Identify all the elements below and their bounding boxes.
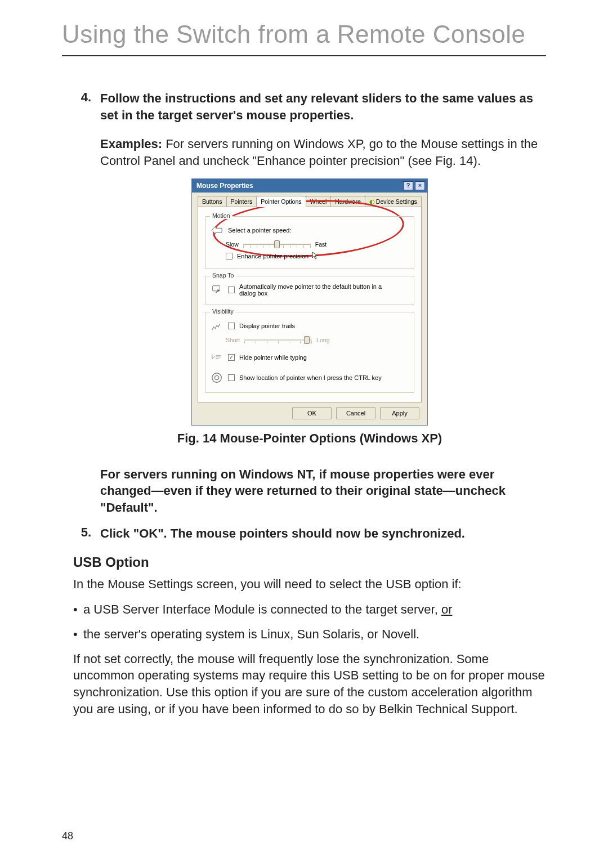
dialog-titlebar: Mouse Properties ? ×: [192, 179, 427, 193]
bullet-icon: •: [73, 626, 83, 643]
mouse-properties-dialog: Mouse Properties ? × Buttons Pointers Po…: [191, 178, 428, 426]
hide-pointer-icon: [210, 351, 223, 364]
group-visibility: Visibility Display pointer trails Short: [205, 312, 414, 393]
examples-paragraph: Examples: For servers running on Windows…: [100, 136, 546, 169]
pointer-speed-slider[interactable]: [243, 240, 311, 248]
tab-device-settings[interactable]: ◐Device Settings: [365, 196, 422, 207]
tab-wheel[interactable]: Wheel: [306, 196, 332, 207]
pointer-speed-label: Select a pointer speed:: [228, 227, 292, 234]
bullet-icon: •: [73, 601, 83, 618]
examples-label: Examples:: [100, 137, 162, 151]
snap-row: Automatically move pointer to the defaul…: [210, 283, 409, 297]
tab-strip: Buttons Pointers Pointer Options Wheel H…: [198, 196, 422, 207]
ok-button[interactable]: OK: [292, 407, 332, 419]
ctrl-locate-label: Show location of pointer when I press th…: [239, 374, 382, 381]
usb-bullet-1-text: a USB Server Interface Module is connect…: [83, 601, 452, 618]
ctrl-locate-checkbox[interactable]: [228, 374, 235, 381]
help-button[interactable]: ?: [403, 181, 413, 190]
snap-to-checkbox[interactable]: [228, 287, 235, 293]
pointer-speed-icon: [210, 223, 223, 237]
cancel-button[interactable]: Cancel: [336, 407, 375, 419]
usb-b1-or: or: [441, 602, 453, 616]
group-motion-legend: Motion: [210, 212, 233, 219]
enhance-precision-label: Enhance pointer precision: [237, 253, 309, 259]
device-settings-icon: ◐: [369, 198, 375, 205]
usb-detail-paragraph: If not set correctly, the mouse will fre…: [73, 651, 546, 718]
tab-device-settings-label: Device Settings: [376, 198, 417, 205]
apply-button[interactable]: Apply: [380, 407, 419, 419]
figure-14-wrap: Mouse Properties ? × Buttons Pointers Po…: [73, 178, 546, 426]
tab-hardware[interactable]: Hardware: [330, 196, 365, 207]
content: 4. Follow the instructions and set any r…: [62, 90, 546, 717]
dialog-title-text: Mouse Properties: [196, 182, 253, 190]
page-number: 48: [62, 830, 73, 842]
pointer-trails-icon: [210, 319, 223, 333]
hide-pointer-checkbox[interactable]: ✓: [228, 354, 235, 361]
step-number: 4.: [73, 90, 100, 123]
usb-bullet-1: • a USB Server Interface Module is conne…: [73, 601, 546, 618]
tab-pointer-options[interactable]: Pointer Options: [256, 196, 306, 207]
snap-to-label: Automatically move pointer to the defaul…: [239, 283, 397, 297]
group-motion: Motion Select a pointer speed: Slow: [205, 216, 414, 269]
hide-pointer-row: ✓ Hide pointer while typing: [210, 351, 409, 364]
tab-buttons[interactable]: Buttons: [198, 196, 227, 207]
usb-bullet-list: • a USB Server Interface Module is conne…: [73, 601, 546, 642]
svg-point-1: [212, 373, 222, 383]
step-4-text: Follow the instructions and set any rele…: [100, 90, 546, 123]
usb-bullet-2: • the server's operating system is Linux…: [73, 626, 546, 643]
slow-label: Slow: [226, 241, 239, 248]
dialog-action-row: OK Cancel Apply: [198, 402, 422, 419]
long-label: Long: [316, 337, 329, 343]
trails-slider-row: Short Long: [226, 336, 409, 344]
step-number: 5.: [73, 525, 100, 542]
usb-option-heading: USB Option: [73, 554, 546, 570]
tab-pointers[interactable]: Pointers: [226, 196, 257, 207]
svg-point-2: [214, 375, 218, 379]
nt-note: For servers running on Windows NT, if mo…: [100, 466, 546, 516]
tab-panel: Motion Select a pointer speed: Slow: [198, 207, 422, 402]
usb-bullet-2-text: the server's operating system is Linux, …: [83, 626, 419, 643]
usb-b1-pre: a USB Server Interface Module is connect…: [83, 602, 441, 616]
page: Using the Switch from a Remote Console 4…: [0, 0, 608, 868]
enhance-precision-checkbox[interactable]: [226, 253, 233, 259]
motion-header-row: Select a pointer speed:: [210, 223, 409, 237]
figure-caption: Fig. 14 Mouse-Pointer Options (Windows X…: [73, 431, 546, 446]
group-visibility-legend: Visibility: [210, 308, 236, 315]
hide-pointer-label: Hide pointer while typing: [239, 354, 307, 361]
step-5-text: Click "OK". The mouse pointers should no…: [100, 525, 546, 542]
usb-intro: In the Mouse Settings screen, you will n…: [73, 576, 546, 593]
pointer-trails-label: Display pointer trails: [239, 323, 295, 329]
trails-slider[interactable]: [244, 336, 312, 344]
examples-text: For servers running on Windows XP, go to…: [100, 137, 538, 168]
pointer-trails-checkbox[interactable]: [228, 323, 235, 329]
pointer-speed-slider-row: Slow Fast: [226, 240, 409, 248]
group-snap-legend: Snap To: [210, 272, 236, 279]
title-underline: [62, 55, 546, 56]
page-title: Using the Switch from a Remote Console: [62, 0, 546, 55]
enhance-precision-row: Enhance pointer precision: [226, 252, 409, 261]
fast-label: Fast: [315, 241, 327, 248]
snap-to-icon: [210, 283, 223, 297]
ctrl-locate-icon: [210, 371, 223, 384]
close-button[interactable]: ×: [415, 181, 425, 190]
cursor-icon: [312, 252, 319, 261]
short-label: Short: [226, 337, 240, 343]
ctrl-locate-row: Show location of pointer when I press th…: [210, 371, 409, 384]
trails-row: Display pointer trails: [210, 319, 409, 333]
group-snap-to: Snap To Automatically move pointer to th…: [205, 276, 414, 305]
dialog-body: Buttons Pointers Pointer Options Wheel H…: [192, 193, 427, 425]
step-5: 5. Click "OK". The mouse pointers should…: [73, 525, 546, 542]
step-4: 4. Follow the instructions and set any r…: [73, 90, 546, 123]
